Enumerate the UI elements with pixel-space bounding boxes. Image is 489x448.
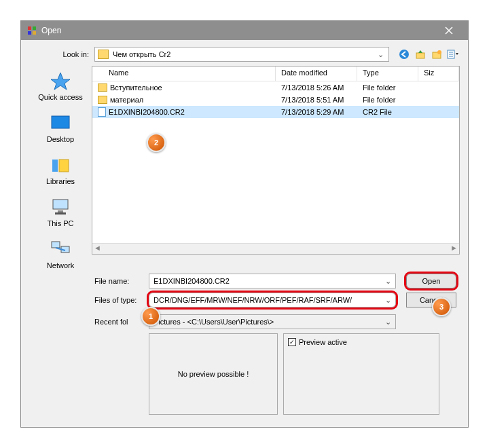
file-row[interactable]: E1DXINBI204800.CR27/13/2018 5:29 AMCR2 F… [92,106,459,118]
folder-icon [98,50,109,59]
svg-rect-19 [58,210,63,212]
lookin-dropdown[interactable]: Чем открыть Cr2 ⌄ [94,47,389,62]
svg-rect-21 [52,242,60,248]
star-icon [50,71,71,90]
svg-point-9 [437,50,441,54]
folder-icon [98,83,107,92]
folder-icon [98,96,107,104]
chevron-down-icon: ⌄ [385,296,391,305]
svg-rect-18 [53,200,68,209]
lookin-label: Look in: [29,50,94,58]
filter-label: Files of type: [94,296,149,304]
svg-rect-2 [28,31,31,35]
place-this-pc[interactable]: This PC [47,198,73,227]
col-type[interactable]: Type [357,67,418,81]
titlebar: Open [21,21,468,40]
svg-rect-3 [33,31,36,35]
svg-rect-20 [55,212,66,214]
h-scrollbar[interactable]: ◄► [92,243,459,254]
filter-dropdown[interactable]: DCR/DNG/EFF/MRW/NEF/NRW/ORF/PEF/RAF/SRF/… [149,293,396,307]
check-icon: ✓ [288,338,296,346]
place-quick-access[interactable]: Quick access [38,71,82,101]
col-date[interactable]: Date modified [276,67,357,81]
chevron-down-icon: ⌄ [385,277,391,286]
svg-rect-0 [28,26,31,30]
network-icon [50,240,71,259]
lookin-value: Чем открыть Cr2 [113,50,375,58]
filename-label: File name: [94,277,149,285]
svg-rect-17 [59,160,69,172]
file-row[interactable]: материал7/13/2018 5:51 AMFile folder [92,94,459,106]
up-button[interactable] [414,48,427,61]
place-desktop[interactable]: Desktop [47,113,74,143]
pc-icon [50,198,71,217]
close-button[interactable] [435,21,463,40]
svg-rect-7 [416,53,424,58]
column-headers[interactable]: Name Date modified Type Siz [92,67,459,81]
file-row[interactable]: Вступительное7/13/2018 5:26 AMFile folde… [92,81,459,94]
lookin-row: Look in: Чем открыть Cr2 ⌄ [21,40,468,66]
place-libraries[interactable]: Libraries [46,155,75,185]
back-button[interactable] [397,48,411,61]
svg-rect-16 [52,160,58,172]
preview-options: ✓ Preview active [283,333,439,415]
svg-rect-14 [52,116,69,128]
new-folder-button[interactable] [430,48,443,61]
svg-rect-1 [33,26,36,30]
file-list[interactable]: Name Date modified Type Siz Вступительно… [92,66,460,255]
libraries-icon [50,155,71,174]
open-dialog: Open Look in: Чем открыть Cr2 ⌄ Quick ac… [20,20,469,428]
chevron-down-icon: ⌄ [385,318,391,326]
chevron-down-icon: ⌄ [375,50,386,59]
window-title: Open [41,26,435,35]
recent-dropdown[interactable]: Pictures - <C:\Users\User\Pictures\> ⌄ [149,314,396,329]
desktop-icon [50,113,71,132]
svg-point-6 [399,50,409,59]
app-icon [26,25,37,36]
filename-input[interactable]: E1DXINBI204800.CR2 ⌄ [149,274,396,288]
annotation-badge-2: 2 [147,133,166,152]
place-network[interactable]: Network [47,240,74,269]
annotation-badge-1: 1 [141,307,160,326]
annotation-badge-3: 3 [432,297,451,316]
preview-pane: No preview possible ! [149,333,278,415]
view-menu-button[interactable] [446,48,460,61]
recent-label: Recent fol [94,318,149,326]
col-size[interactable]: Siz [418,67,459,81]
places-bar: Quick access Desktop Libraries This PC N… [29,66,92,269]
col-name[interactable]: Name [92,67,276,81]
open-button[interactable]: Open [406,274,456,288]
file-icon [98,107,106,117]
preview-active-checkbox[interactable]: ✓ Preview active [288,338,347,346]
